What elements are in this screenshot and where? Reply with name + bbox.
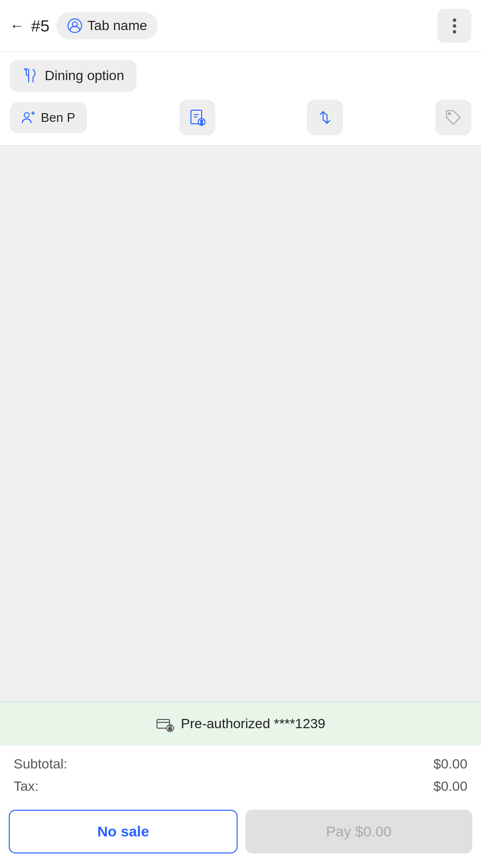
app-header: ← #5 Tab name (0, 0, 481, 52)
receipt-dollar-icon (189, 109, 206, 126)
tax-label: Tax: (14, 779, 38, 794)
customer-button[interactable]: Ben P (10, 102, 87, 133)
tag-button[interactable] (435, 100, 471, 135)
tab-number: #5 (31, 17, 50, 35)
dining-option-button[interactable]: Dining option (10, 60, 137, 92)
tax-row: Tax: $0.00 (14, 779, 467, 794)
action-row: Ben P (10, 100, 471, 135)
subtotal-label: Subtotal: (14, 756, 68, 772)
person-circle-icon (67, 18, 83, 33)
transfer-icon (316, 109, 334, 126)
preauth-banner: Pre-authorized ****1239 (0, 701, 481, 746)
dining-icon (22, 67, 39, 84)
back-button[interactable]: ← (10, 18, 24, 33)
dining-option-label: Dining option (45, 68, 124, 83)
svg-point-2 (24, 113, 29, 117)
card-lock-icon (155, 715, 174, 733)
tag-icon (445, 109, 462, 126)
receipt-dollar-button[interactable] (179, 100, 215, 135)
tab-name-label: Tab name (87, 18, 147, 33)
customer-label: Ben P (41, 110, 75, 125)
preauth-text: Pre-authorized ****1239 (181, 716, 325, 732)
svg-point-5 (448, 113, 450, 115)
pay-button[interactable]: Pay $0.00 (245, 810, 472, 853)
sub-header: Dining option Ben P (0, 52, 481, 146)
tab-name-button[interactable]: Tab name (56, 12, 158, 39)
bottom-buttons: No sale Pay $0.00 (0, 801, 481, 868)
more-dots-icon (453, 18, 456, 33)
order-items-area (0, 146, 481, 701)
more-options-button[interactable] (437, 9, 471, 43)
subtotal-row: Subtotal: $0.00 (14, 756, 467, 772)
totals-section: Subtotal: $0.00 Tax: $0.00 (0, 746, 481, 801)
tax-value: $0.00 (433, 779, 467, 794)
transfer-button[interactable] (307, 100, 343, 135)
customer-icon (21, 110, 36, 125)
no-sale-button[interactable]: No sale (9, 810, 238, 853)
subtotal-value: $0.00 (433, 756, 467, 772)
